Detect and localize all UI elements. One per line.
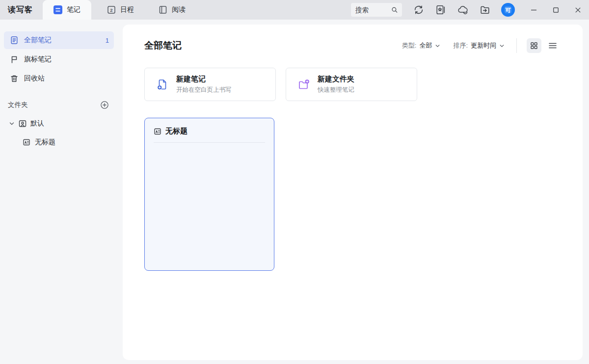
tab-label: 笔记	[67, 5, 80, 14]
svg-text:2: 2	[110, 7, 112, 13]
notes-tab-icon	[54, 5, 62, 14]
sync-icon	[413, 4, 424, 15]
sort-filter-value: 更新时间	[471, 41, 496, 50]
note-icon	[23, 138, 30, 146]
new-note-icon	[156, 78, 169, 91]
svg-text:可: 可	[505, 7, 511, 13]
plus-circle-icon	[100, 101, 109, 109]
maximize-icon	[553, 7, 559, 13]
grid-icon	[530, 42, 538, 50]
move-to-folder-button[interactable]	[479, 4, 491, 16]
sort-filter-dropdown[interactable]: 排序: 更新时间	[453, 41, 505, 50]
cloud-icon	[457, 4, 469, 15]
new-folder-icon	[297, 78, 310, 91]
titlebar: 读写客 笔记 2 日程 阅读	[0, 0, 589, 20]
new-note-card[interactable]: 新建笔记 开始在空白页上书写	[144, 68, 276, 101]
calendar-icon: 2	[107, 5, 116, 14]
panel-header: 全部笔记 类型: 全部 排序: 更新时间	[123, 25, 583, 53]
action-card-title: 新建笔记	[176, 75, 232, 84]
note-count-badge: 1	[106, 37, 109, 44]
note-label: 无标题	[35, 138, 55, 147]
add-folder-button[interactable]	[99, 100, 110, 110]
action-cards: 新建笔记 开始在空白页上书写 新建文件夹 快速整理笔记	[144, 68, 583, 101]
app-title: 读写客	[8, 5, 33, 15]
note-icon	[154, 128, 161, 135]
avatar[interactable]: 可	[501, 3, 515, 17]
titlebar-right: 可	[351, 0, 589, 20]
sidebar-item-label: 旗标笔记	[24, 55, 52, 64]
app-window: 读写客 笔记 2 日程 阅读	[0, 0, 589, 364]
note-card-untitled[interactable]: 无标题	[144, 118, 274, 271]
minimize-icon	[531, 7, 537, 13]
search-input[interactable]	[355, 6, 391, 14]
search-box[interactable]	[351, 3, 402, 17]
flag-icon	[10, 55, 19, 64]
action-card-title: 新建文件夹	[318, 75, 354, 84]
sidebar-item-flagged-notes[interactable]: 旗标笔记	[4, 51, 114, 68]
action-card-text: 新建笔记 开始在空白页上书写	[176, 75, 232, 94]
maximize-button[interactable]	[545, 0, 567, 20]
sync-button[interactable]	[413, 4, 425, 16]
sidebar-item-all-notes[interactable]: 全部笔记 1	[4, 31, 114, 49]
action-card-text: 新建文件夹 快速整理笔记	[318, 75, 354, 94]
note-title-row: 无标题	[154, 127, 265, 136]
note-card-title: 无标题	[165, 127, 187, 136]
sort-filter-label: 排序:	[453, 41, 468, 50]
type-filter-label: 类型:	[402, 41, 417, 50]
chevron-down-icon	[435, 43, 440, 49]
divider	[516, 38, 517, 53]
main-tabs: 笔记 2 日程 阅读	[43, 0, 194, 20]
list-view-button[interactable]	[545, 38, 560, 53]
filter-bar: 类型: 全部 排序: 更新时间	[402, 38, 560, 53]
new-folder-card[interactable]: 新建文件夹 快速整理笔记	[286, 68, 417, 101]
type-filter-value: 全部	[419, 41, 432, 50]
tab-notes[interactable]: 笔记	[43, 0, 91, 20]
cloud-button[interactable]	[457, 4, 469, 16]
tab-label: 日程	[120, 5, 134, 14]
page-title: 全部笔记	[144, 39, 182, 52]
document-icon	[10, 36, 19, 45]
divider	[154, 142, 265, 143]
folder-export-icon	[480, 4, 490, 15]
folders-section-label: 文件夹	[8, 101, 28, 109]
notes-grid: 无标题	[144, 118, 583, 271]
tab-reading[interactable]: 阅读	[150, 0, 194, 20]
action-card-subtitle: 快速整理笔记	[318, 86, 354, 94]
type-filter-dropdown[interactable]: 类型: 全部	[402, 41, 441, 50]
sidebar-item-trash[interactable]: 回收站	[4, 70, 114, 87]
close-button[interactable]	[567, 0, 589, 20]
sidebar-folder-default[interactable]: 默认	[4, 115, 114, 132]
main-panel: 全部笔记 类型: 全部 排序: 更新时间	[123, 25, 583, 360]
tab-schedule[interactable]: 2 日程	[98, 0, 143, 20]
folder-user-icon	[18, 119, 27, 128]
trash-icon	[10, 74, 19, 83]
search-icon[interactable]	[391, 6, 398, 14]
window-controls	[523, 0, 589, 20]
sidebar: 全部笔记 1 旗标笔记 回收站 文件夹 默认 无标题	[0, 20, 123, 364]
sidebar-note-untitled[interactable]: 无标题	[4, 133, 114, 151]
list-icon	[548, 42, 557, 50]
folder-label: 默认	[30, 119, 44, 128]
close-icon	[575, 7, 581, 13]
action-card-subtitle: 开始在空白页上书写	[176, 86, 232, 94]
chevron-down-icon[interactable]	[9, 121, 15, 127]
book-icon	[159, 5, 167, 14]
grid-view-button[interactable]	[527, 38, 541, 53]
sidebar-item-label: 回收站	[24, 74, 45, 83]
notebook-star-icon	[435, 4, 446, 15]
chevron-down-icon	[499, 43, 505, 49]
sidebar-item-label: 全部笔记	[24, 36, 52, 45]
notebook-star-button[interactable]	[435, 4, 447, 16]
folders-section-header: 文件夹	[4, 98, 114, 112]
minimize-button[interactable]	[523, 0, 545, 20]
tab-label: 阅读	[172, 5, 186, 14]
